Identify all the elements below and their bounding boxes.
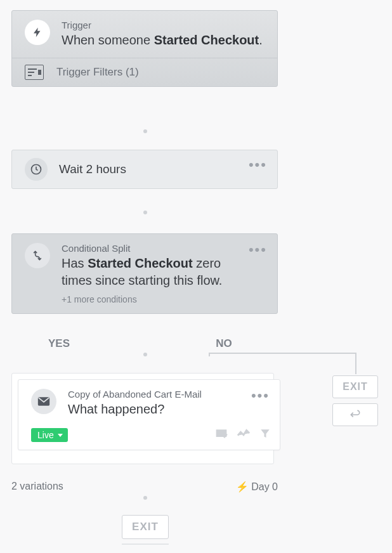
split-condition: Has Started Checkout zero times since st… bbox=[62, 255, 249, 289]
filter-icon bbox=[25, 65, 44, 80]
split-card[interactable]: Conditional Split Has Started Checkout z… bbox=[11, 233, 278, 314]
bolt-icon bbox=[25, 20, 50, 45]
flow-canvas: Trigger When someone Started Checkout. T… bbox=[0, 0, 392, 553]
trigger-card[interactable]: Trigger When someone Started Checkout. T… bbox=[11, 10, 278, 87]
mail-icon bbox=[31, 389, 56, 414]
email-subject: What happened? bbox=[68, 401, 251, 418]
branch-no-label: NO bbox=[157, 337, 291, 350]
trigger-label: Trigger bbox=[62, 20, 267, 30]
clock-icon bbox=[25, 158, 48, 181]
schedule-day: Day 0 bbox=[236, 481, 278, 493]
connector-line bbox=[209, 353, 210, 356]
email-footer-row: 2 variations Day 0 bbox=[11, 481, 278, 493]
connector-line bbox=[355, 353, 356, 374]
return-icon bbox=[349, 409, 362, 420]
loop-node[interactable] bbox=[332, 403, 378, 426]
branch-labels: YES NO bbox=[11, 337, 278, 350]
email-metric-icons bbox=[215, 428, 271, 442]
wait-more-icon[interactable]: ••• bbox=[249, 158, 267, 172]
split-more-icon[interactable]: ••• bbox=[249, 243, 267, 257]
email-more-icon[interactable]: ••• bbox=[251, 389, 270, 403]
status-badge[interactable]: Live bbox=[31, 428, 68, 442]
wait-card[interactable]: Wait 2 hours ••• bbox=[11, 150, 278, 189]
trigger-filters-label: Trigger Filters (1) bbox=[56, 66, 139, 79]
email-card-stack: Copy of Abandoned Cart E-Mail What happe… bbox=[11, 373, 278, 444]
connector-dot[interactable] bbox=[143, 211, 147, 214]
split-icon bbox=[25, 243, 50, 268]
email-name: Copy of Abandoned Cart E-Mail bbox=[68, 389, 251, 400]
connector-line bbox=[209, 353, 356, 354]
exit-node[interactable]: EXIT bbox=[122, 515, 169, 539]
split-label: Conditional Split bbox=[62, 243, 249, 254]
svg-rect-2 bbox=[216, 429, 227, 437]
variations-count[interactable]: 2 variations bbox=[11, 481, 63, 493]
email-card[interactable]: Copy of Abandoned Cart E-Mail What happe… bbox=[18, 379, 280, 450]
split-more-conditions[interactable]: +1 more conditions bbox=[62, 294, 249, 304]
inbox-check-icon[interactable] bbox=[215, 428, 228, 442]
connector-dot[interactable] bbox=[143, 129, 147, 133]
trend-icon[interactable] bbox=[237, 428, 251, 442]
exit-node-right[interactable]: EXIT bbox=[332, 375, 378, 398]
trigger-description: When someone Started Checkout. bbox=[62, 32, 267, 49]
chevron-down-icon bbox=[58, 434, 63, 437]
connector-line bbox=[122, 543, 169, 545]
funnel-icon[interactable] bbox=[259, 428, 271, 442]
trigger-filters-row[interactable]: Trigger Filters (1) bbox=[12, 58, 277, 86]
branch-yes-label: YES bbox=[0, 337, 126, 350]
wait-text: Wait 2 hours bbox=[59, 162, 249, 176]
connector-dot[interactable] bbox=[143, 496, 147, 500]
connector-dot[interactable] bbox=[143, 353, 147, 356]
